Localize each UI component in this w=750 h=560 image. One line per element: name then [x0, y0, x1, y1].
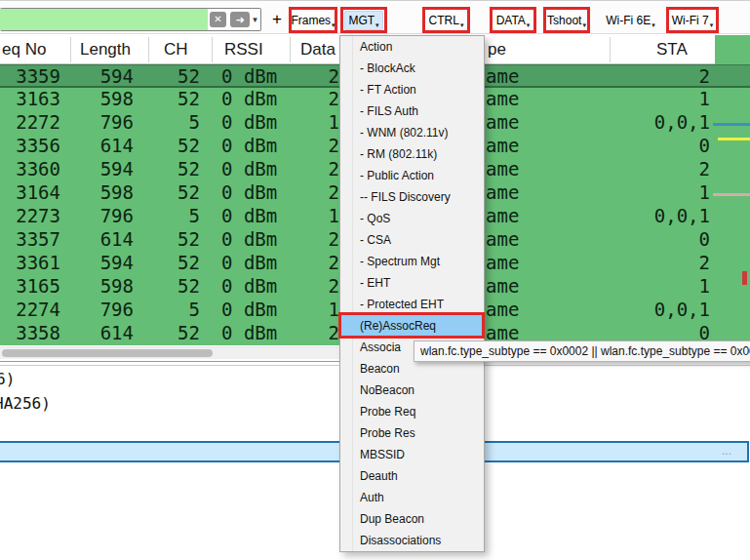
- cell-data: 2: [293, 252, 339, 275]
- horizontal-scrollbar-thumb[interactable]: [2, 349, 213, 357]
- menu-item-protected-eht[interactable]: - Protected EHT: [341, 294, 483, 315]
- display-filter-input[interactable]: ✕ ➜ ▾: [0, 8, 261, 31]
- toolbar-button-label: Wi-Fi 6E: [606, 14, 651, 27]
- dropdown-caret-icon: ▾: [332, 21, 336, 29]
- cell-data: 1: [293, 205, 339, 228]
- menu-item-deauth[interactable]: Deauth: [341, 465, 483, 487]
- cell-type: ame: [486, 205, 554, 228]
- menu-item-public-action[interactable]: - Public Action: [341, 165, 483, 186]
- cell-sta: 1: [605, 88, 710, 111]
- cell-type: ame: [486, 275, 554, 299]
- cell-ch: 52: [146, 135, 200, 158]
- cell-length: 614: [68, 135, 134, 158]
- menu-item-ft-action[interactable]: - FT Action: [341, 79, 483, 100]
- annotation-frame-tshoot: Tshoot▾: [543, 7, 590, 33]
- toolbar-button-ctrl[interactable]: CTRL▾: [426, 12, 467, 29]
- column-header-ch[interactable]: CH: [164, 35, 188, 64]
- cell-data: 2: [293, 322, 339, 345]
- scrollbar-red-marker: [742, 271, 747, 285]
- cell-seq: 3356: [0, 135, 60, 158]
- menu-item-blockack[interactable]: - BlockAck: [341, 58, 483, 79]
- cell-rssi: 0 dBm: [221, 205, 299, 228]
- menu-item-fils-auth[interactable]: - FILS Auth: [341, 100, 483, 122]
- dropdown-caret-icon: ▾: [375, 21, 379, 29]
- menu-item-csa[interactable]: - CSA: [341, 229, 483, 251]
- cell-type: ame: [486, 158, 554, 181]
- menu-item-nobeacon[interactable]: NoBeacon: [341, 380, 483, 401]
- menu-item-fils-discovery[interactable]: -- FILS Discovery: [341, 186, 483, 208]
- column-header-length[interactable]: Length: [80, 35, 131, 64]
- marker-line-yellow: [718, 138, 750, 140]
- filter-expression-tooltip: wlan.fc.type_subtype == 0x0002 || wlan.f…: [414, 340, 750, 362]
- menu-item-probe-res[interactable]: Probe Res: [341, 422, 483, 444]
- cell-rssi: 0 dBm: [221, 299, 299, 322]
- cell-length: 796: [68, 205, 134, 228]
- cell-length: 594: [68, 252, 134, 275]
- filter-clear-icon[interactable]: ✕: [210, 12, 226, 27]
- menu-item-mbssid[interactable]: MBSSID: [341, 444, 483, 465]
- menu-item-re-assocreq[interactable]: (Re)AssocReq: [341, 315, 483, 337]
- truncation-ellipsis: ...: [722, 444, 731, 458]
- column-divider: [610, 37, 611, 62]
- toolbar-button-wi-fi-6e[interactable]: Wi-Fi 6E▾: [603, 12, 658, 29]
- detail-line[interactable]: HA256): [0, 394, 51, 413]
- cell-ch: 5: [146, 111, 200, 135]
- menu-item-spectrum-mgt[interactable]: - Spectrum Mgt: [341, 251, 483, 272]
- menu-item-auth[interactable]: Auth: [341, 487, 483, 508]
- dropdown-caret-icon: ▾: [651, 21, 655, 29]
- detail-line[interactable]: 6): [0, 370, 15, 388]
- cell-sta: 0: [605, 135, 710, 158]
- column-divider: [290, 37, 291, 62]
- cell-length: 594: [68, 65, 134, 89]
- cell-sta: 0,0,1: [605, 111, 710, 135]
- cell-rssi: 0 dBm: [221, 275, 299, 299]
- dropdown-caret-icon: ▾: [710, 21, 714, 29]
- toolbar-button-data[interactable]: DATA▾: [493, 12, 533, 29]
- toolbar-button-tshoot[interactable]: Tshoot▾: [544, 12, 589, 29]
- filter-history-caret-icon[interactable]: ▾: [250, 12, 260, 27]
- menu-item-disassociations[interactable]: Disassociations: [341, 530, 483, 551]
- menu-item-qos[interactable]: - QoS: [341, 208, 483, 229]
- filter-valid-field[interactable]: [0, 9, 208, 30]
- mgt-dropdown-menu: Action- BlockAck- FT Action- FILS Auth- …: [339, 35, 485, 552]
- annotation-frame-ctrl: CTRL▾: [422, 7, 470, 33]
- cell-seq: 2272: [0, 111, 60, 135]
- cell-data: 2: [293, 65, 339, 89]
- cell-rssi: 0 dBm: [221, 111, 299, 135]
- cell-ch: 52: [146, 228, 200, 252]
- cell-length: 614: [68, 228, 134, 252]
- cell-rssi: 0 dBm: [221, 252, 299, 275]
- column-header-sta[interactable]: STA: [656, 35, 688, 64]
- cell-type: ame: [486, 111, 554, 135]
- column-header-seq-no[interactable]: eq No: [2, 35, 46, 64]
- cell-rssi: 0 dBm: [221, 88, 299, 111]
- cell-ch: 52: [146, 275, 200, 299]
- cell-sta: 0: [605, 228, 710, 252]
- column-header-type[interactable]: pe: [488, 35, 506, 64]
- dropdown-caret-icon: ▾: [582, 21, 586, 29]
- menu-item-wnm-802-11v[interactable]: - WNM (802.11v): [341, 122, 483, 143]
- cell-seq: 2273: [0, 205, 60, 228]
- menu-item-dup-beacon[interactable]: Dup Beacon: [341, 508, 483, 530]
- menu-item-probe-req[interactable]: Probe Req: [341, 401, 483, 422]
- cell-sta: 0,0,1: [605, 299, 710, 322]
- toolbar-button-wi-fi-7[interactable]: Wi-Fi 7▾: [669, 12, 717, 29]
- cell-seq: 3163: [0, 88, 60, 111]
- filter-apply-icon[interactable]: ➜: [230, 12, 250, 27]
- column-header-rssi[interactable]: RSSI: [224, 35, 263, 64]
- annotation-frame-wi-fi-7: Wi-Fi 7▾: [666, 7, 719, 33]
- menu-item-action[interactable]: Action: [341, 36, 483, 58]
- menu-item-eht[interactable]: - EHT: [341, 272, 483, 294]
- packet-analyzer-window: ✕ ➜ ▾ + Frames▾MGT▾CTRL▾DATA▾Tshoot▾Wi-F…: [0, 0, 750, 560]
- cell-ch: 52: [146, 88, 200, 111]
- cell-length: 594: [68, 158, 134, 181]
- button-area-wi-fi-6e: Wi-Fi 6E▾: [605, 7, 656, 33]
- menu-item-rm-802-11k[interactable]: - RM (802.11k): [341, 143, 483, 165]
- header-green-strip: [715, 35, 750, 64]
- toolbar-button-mgt[interactable]: MGT▾: [344, 11, 382, 30]
- dropdown-caret-icon: ▾: [527, 21, 531, 29]
- toolbar-button-frames[interactable]: Frames▾: [288, 12, 337, 29]
- toolbar-button-label: DATA: [496, 14, 526, 27]
- cell-ch: 52: [146, 65, 200, 89]
- add-filter-button[interactable]: +: [269, 8, 285, 31]
